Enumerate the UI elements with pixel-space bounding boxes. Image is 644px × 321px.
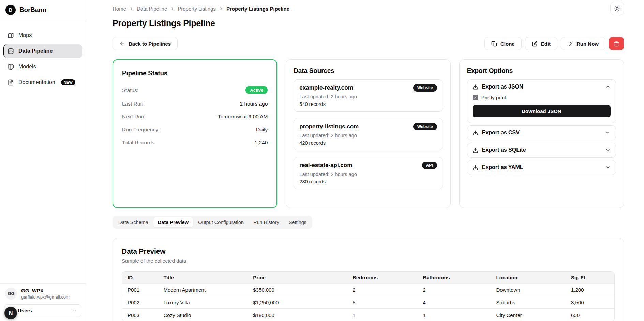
status-badge: Active (245, 86, 268, 94)
cell-price: $180,000 (248, 308, 347, 321)
sidebar-item-data-pipeline[interactable]: Data Pipeline (3, 44, 82, 58)
cell-bathrooms: 4 (417, 296, 491, 308)
tab-data-schema[interactable]: Data Schema (114, 217, 153, 227)
breadcrumb-data-pipeline[interactable]: Data Pipeline (137, 6, 167, 12)
pretty-print-option[interactable]: ✓ Pretty print (473, 95, 611, 100)
column-header-title: Title (158, 272, 248, 283)
copy-icon (491, 41, 497, 47)
pipeline-status-title: Pipeline Status (122, 69, 268, 77)
sidebar-item-models[interactable]: Models (3, 60, 82, 74)
data-source-updated: Last updated: 2 hours ago (299, 172, 437, 177)
delete-button[interactable] (609, 37, 624, 50)
download-icon (473, 130, 478, 136)
table-row: P003 Cozy Studio $180,000 1 1 City Cente… (122, 308, 614, 321)
data-preview-subtitle: Sample of the collected data (122, 258, 615, 264)
brain-icon (8, 64, 14, 70)
cell-price: $1,250,000 (248, 296, 347, 308)
column-header-bathrooms: Bathrooms (417, 272, 491, 283)
export-sqlite-header[interactable]: Export as SQLite (467, 143, 616, 157)
user-email: garfield.wpx@gmail.com (21, 294, 70, 300)
sidebar-spacer (0, 89, 86, 283)
status-row: Next Run: Tomorrow at 9:00 AM (122, 114, 268, 120)
export-csv-header[interactable]: Export as CSV (467, 126, 616, 140)
cell-sqft: 650 (566, 308, 614, 321)
cell-bedrooms: 2 (347, 283, 417, 296)
data-source-item: property-listings.com Website Last updat… (294, 118, 443, 150)
export-yaml-header[interactable]: Export as YAML (467, 160, 616, 175)
sidebar-item-maps[interactable]: Maps (3, 29, 82, 42)
status-row-label: Run Frequency: (122, 127, 160, 133)
chevron-down-icon (72, 308, 77, 313)
cell-bathrooms: 2 (417, 283, 491, 296)
tab-output-configuration[interactable]: Output Configuration (194, 217, 248, 227)
tab-settings[interactable]: Settings (284, 217, 311, 227)
data-source-updated: Last updated: 2 hours ago (299, 94, 437, 99)
table-row: P001 Modern Apartment $350,000 2 2 Downt… (122, 283, 614, 296)
brand[interactable]: B BorBann (0, 0, 86, 20)
data-sources-title: Data Sources (294, 67, 443, 75)
cell-location: Suburbs (491, 296, 566, 308)
download-icon (473, 84, 478, 90)
data-sources-card: Data Sources example-realty.com Website … (286, 59, 450, 208)
download-icon (473, 147, 478, 153)
action-buttons: Clone Edit Run Now (484, 37, 624, 50)
sidebar-item-label: Data Pipeline (18, 48, 53, 54)
cell-location: City Center (491, 308, 566, 321)
column-header-price: Price (248, 272, 347, 283)
cell-id: P002 (122, 296, 158, 308)
data-preview-card: Data Preview Sample of the collected dat… (113, 238, 624, 321)
pretty-print-checkbox[interactable]: ✓ (473, 95, 478, 100)
database-icon (8, 48, 14, 54)
tab-data-preview[interactable]: Data Preview (153, 217, 193, 227)
status-row: Last Run: 2 hours ago (122, 101, 268, 107)
download-json-button[interactable]: Download JSON (473, 105, 611, 117)
export-json-header[interactable]: Export as JSON (467, 80, 616, 94)
data-source-type-badge: Website (413, 123, 437, 130)
role-select-value: Users (18, 308, 69, 314)
user-row: GG GG_WPX garfield.wpx@gmail.com (4, 288, 81, 300)
sidebar-item-documentation[interactable]: Documentation NEW (3, 76, 82, 89)
sidebar-item-label: Models (18, 64, 36, 70)
breadcrumb-home[interactable]: Home (113, 6, 126, 12)
status-row-label: Total Records: (122, 140, 156, 146)
breadcrumb-property-listings[interactable]: Property Listings (178, 6, 216, 12)
export-json-label: Export as JSON (482, 84, 601, 90)
status-row: Total Records: 1,240 (122, 140, 268, 146)
data-preview-table: ID Title Price Bedrooms Bathrooms Locati… (122, 271, 615, 321)
cell-sqft: 3,500 (566, 296, 614, 308)
clone-button[interactable]: Clone (484, 37, 522, 50)
data-source-type-badge: API (422, 162, 437, 169)
cell-bathrooms: 1 (417, 308, 491, 321)
export-options-title: Export Options (467, 67, 616, 75)
pipeline-status-rows: Status: Active Last Run: 2 hours ago Nex… (122, 86, 268, 146)
chevron-right-icon (219, 6, 223, 11)
cell-id: P001 (122, 283, 158, 296)
run-now-button[interactable]: Run Now (561, 37, 605, 50)
brand-initial: B (9, 7, 12, 13)
edit-button[interactable]: Edit (525, 37, 557, 50)
cell-bedrooms: 5 (347, 296, 417, 308)
brand-logo: B (5, 5, 16, 15)
export-group-json: Export as JSON ✓ Pretty print Download J… (467, 79, 616, 123)
breadcrumb: Home Data Pipeline Property Listings Pro… (113, 6, 289, 12)
cell-sqft: 1,200 (566, 283, 614, 296)
trash-icon (614, 41, 619, 47)
data-source-item: example-realty.com Website Last updated:… (294, 79, 443, 112)
breadcrumb-current: Property Listings Pipeline (226, 6, 289, 12)
status-row-value: 2 hours ago (240, 101, 268, 107)
tab-run-history[interactable]: Run History (249, 217, 284, 227)
back-to-pipelines-button[interactable]: Back to Pipelines (113, 37, 178, 50)
table-row: P002 Luxury Villa $1,250,000 5 4 Suburbs… (122, 296, 614, 308)
data-source-records: 420 records (299, 140, 437, 146)
summary-cards: Pipeline Status Status: Active Last Run:… (113, 59, 624, 208)
sidebar: B BorBann Maps Data Pipeline Models (0, 0, 86, 321)
data-source-name: real-estate-api.com (299, 162, 352, 169)
edit-button-label: Edit (541, 41, 551, 47)
map-icon (8, 32, 14, 39)
theme-toggle-button[interactable] (610, 2, 624, 15)
document-icon (8, 79, 14, 86)
toolbar: Back to Pipelines Clone Edit Run Now (113, 37, 624, 50)
chevron-up-icon (605, 84, 611, 90)
dev-tools-badge[interactable]: N (4, 307, 17, 319)
export-group-yaml: Export as YAML (467, 160, 616, 175)
